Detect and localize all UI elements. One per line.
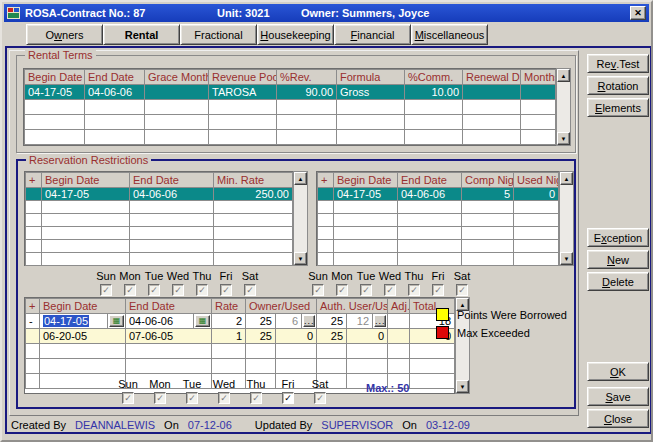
col-used-nights: Used Nights xyxy=(514,173,559,188)
empty-row[interactable] xyxy=(26,253,293,266)
empty-row[interactable] xyxy=(26,240,293,253)
empty-row[interactable] xyxy=(26,359,455,374)
col-begin-date: Begin Date xyxy=(25,70,85,85)
col-rate: Rate xyxy=(212,299,246,314)
created-by-value: DEANNALEWIS xyxy=(75,419,155,431)
rotation-button[interactable]: Rotation xyxy=(587,76,649,95)
empty-row[interactable] xyxy=(26,214,293,227)
scroll-up-icon[interactable]: ▲ xyxy=(560,172,573,185)
fri-checkbox[interactable]: ✓ xyxy=(282,392,294,404)
empty-row[interactable] xyxy=(26,344,455,359)
tab-financial[interactable]: Financial xyxy=(334,24,411,45)
col-formula: Formula xyxy=(337,70,405,85)
empty-row[interactable] xyxy=(26,227,293,240)
sat-checkbox[interactable]: ✓ xyxy=(314,392,326,404)
col-grace-months: Grace Months xyxy=(145,70,209,85)
thu-checkbox[interactable]: ✓ xyxy=(250,392,262,404)
begin-date-field[interactable]: 04-17-05 xyxy=(40,314,108,329)
new-button[interactable]: New xyxy=(587,250,649,269)
col-comp-nights: Comp Nights xyxy=(462,173,514,188)
ok-button[interactable]: OK xyxy=(587,362,649,381)
thu-checkbox[interactable]: ✓ xyxy=(196,284,208,296)
mon-checkbox[interactable]: ✓ xyxy=(154,392,166,404)
sat-checkbox[interactable]: ✓ xyxy=(456,284,468,296)
tab-housekeeping[interactable]: Housekeeping xyxy=(257,24,334,45)
col-months: Months xyxy=(521,70,556,85)
empty-row[interactable] xyxy=(318,240,559,253)
borrowed-color-swatch xyxy=(436,308,449,321)
rental-terms-group: Rental Terms Begin Date End Date Grace M… xyxy=(16,55,576,153)
empty-row[interactable] xyxy=(318,253,559,266)
empty-row[interactable] xyxy=(318,201,559,214)
sun-checkbox[interactable]: ✓ xyxy=(312,284,324,296)
mon-checkbox[interactable]: ✓ xyxy=(336,284,348,296)
tab-owners[interactable]: Owners xyxy=(26,24,103,45)
sun-checkbox[interactable]: ✓ xyxy=(100,284,112,296)
sat-checkbox[interactable]: ✓ xyxy=(244,284,256,296)
end-date-field[interactable]: 04-06-06 xyxy=(126,314,194,329)
col-begin-date: Begin Date xyxy=(40,299,126,314)
wed-checkbox[interactable]: ✓ xyxy=(384,284,396,296)
empty-row[interactable] xyxy=(318,214,559,227)
close-icon[interactable]: ✕ xyxy=(630,6,646,20)
points-row-current[interactable]: - 04-17-05 ▦ 04-06-06 ▦ 2 25 6 ... 25 12… xyxy=(26,314,455,329)
content-frame: Rental Terms Begin Date End Date Grace M… xyxy=(5,46,652,434)
scroll-down-icon[interactable]: ▼ xyxy=(456,380,469,393)
empty-row[interactable] xyxy=(318,227,559,240)
scroll-up-icon[interactable]: ▲ xyxy=(294,172,307,185)
created-by-label: Created By xyxy=(11,419,66,431)
comp-nights-row[interactable]: 04-17-05 04-06-06 5 0 xyxy=(318,188,559,201)
rental-tab-page: Rental Terms Begin Date End Date Grace M… xyxy=(9,50,579,416)
rental-terms-scrollbar[interactable]: ▲ ▼ xyxy=(556,68,571,146)
calendar-icon[interactable]: ▦ xyxy=(195,315,210,327)
empty-row[interactable] xyxy=(25,100,556,115)
exception-button[interactable]: Exception xyxy=(587,228,649,247)
updated-by-label: Updated By xyxy=(255,419,312,431)
col-begin-date: Begin Date xyxy=(334,173,398,188)
close-button[interactable]: Close xyxy=(587,409,649,428)
tue-checkbox[interactable]: ✓ xyxy=(186,392,198,404)
rental-terms-row[interactable]: 04-17-05 04-06-06 TAROSA 90.00 Gross 10.… xyxy=(25,85,556,100)
rental-terms-header: Begin Date End Date Grace Months Revenue… xyxy=(25,70,556,85)
scroll-down-icon[interactable]: ▼ xyxy=(294,252,307,265)
comp-nights-scrollbar[interactable]: ▲ ▼ xyxy=(559,171,574,266)
scroll-down-icon[interactable]: ▼ xyxy=(557,132,570,145)
tue-checkbox[interactable]: ✓ xyxy=(360,284,372,296)
contract-window: ROSA-Contract No.: 87 Unit: 3021 Owner: … xyxy=(0,0,653,442)
points-row-borrowed[interactable]: 06-20-05 07-06-05 1 25 0 25 0 0 xyxy=(26,329,455,344)
calendar-icon[interactable]: ▦ xyxy=(109,315,124,327)
marker-col: + xyxy=(318,173,334,188)
col-pct-comm: %Comm. xyxy=(405,70,463,85)
scroll-down-icon[interactable]: ▼ xyxy=(560,252,573,265)
scroll-up-icon[interactable]: ▲ xyxy=(557,69,570,82)
reservation-restrictions-group-label: Reservation Restrictions xyxy=(26,154,151,166)
tab-miscellaneous[interactable]: Miscellaneous xyxy=(411,24,488,45)
fri-checkbox[interactable]: ✓ xyxy=(432,284,444,296)
owner-used-detail-button[interactable]: ... xyxy=(303,315,315,327)
mon-checkbox[interactable]: ✓ xyxy=(124,284,136,296)
tab-fractional[interactable]: Fractional xyxy=(180,24,257,45)
tab-rental[interactable]: Rental xyxy=(103,24,180,45)
comp-nights-table: + Begin Date End Date Comp Nights Used N… xyxy=(316,171,559,266)
min-rate-weekdays: Sun✓ Mon✓ Tue✓ Wed✓ Thu✓ Fri✓ Sat✓ xyxy=(94,271,262,296)
wed-checkbox[interactable]: ✓ xyxy=(172,284,184,296)
delete-button[interactable]: Delete xyxy=(587,272,649,291)
save-button[interactable]: Save xyxy=(587,387,649,406)
rev-test-button[interactable]: Rev.Test xyxy=(587,54,649,73)
thu-checkbox[interactable]: ✓ xyxy=(408,284,420,296)
empty-row[interactable] xyxy=(25,130,556,145)
wed-checkbox[interactable]: ✓ xyxy=(218,392,230,404)
auth-used-detail-button[interactable]: ... xyxy=(374,315,386,327)
col-end-date: End Date xyxy=(85,70,145,85)
fri-checkbox[interactable]: ✓ xyxy=(220,284,232,296)
empty-row[interactable] xyxy=(26,201,293,214)
elements-button[interactable]: Elements xyxy=(587,98,649,117)
tue-checkbox[interactable]: ✓ xyxy=(148,284,160,296)
min-rate-row[interactable]: 04-17-05 04-06-06 250.00 xyxy=(26,188,293,201)
rental-terms-group-label: Rental Terms xyxy=(25,49,96,61)
min-rate-scrollbar[interactable]: ▲ ▼ xyxy=(293,171,308,266)
empty-row[interactable] xyxy=(25,115,556,130)
exceeded-color-swatch xyxy=(436,326,449,339)
sun-checkbox[interactable]: ✓ xyxy=(122,392,134,404)
col-end-date: End Date xyxy=(126,299,212,314)
